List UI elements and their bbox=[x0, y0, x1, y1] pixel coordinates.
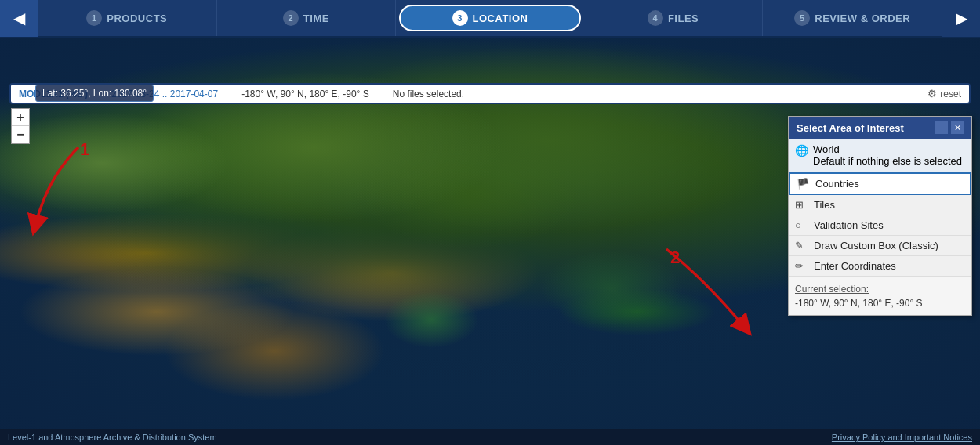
map-background: MOD11A1 ( 41 ) 2017-03-24 .. 2017-04-07 … bbox=[0, 38, 980, 429]
footer: Level-1 and Atmosphere Archive & Distrib… bbox=[0, 429, 980, 445]
nav-step-review[interactable]: 5 REVIEW & ORDER bbox=[763, 0, 942, 36]
world-icon: 🌐 bbox=[795, 144, 808, 157]
option-draw-label: Draw Custom Box (Classic) bbox=[814, 240, 938, 251]
files-label: No files selected. bbox=[393, 89, 464, 99]
coords-label: -180° W, 90° N, 180° E, -90° S bbox=[241, 89, 369, 99]
step-label-products: PRODUCTS bbox=[107, 13, 167, 24]
reset-label: reset bbox=[940, 89, 961, 99]
option-tiles[interactable]: ⊞ Tiles bbox=[789, 195, 971, 215]
top-navigation: ◀ 1 PRODUCTS 2 TIME 3 LOCATION 4 FILES 5… bbox=[0, 0, 980, 38]
step-num-3: 3 bbox=[452, 10, 468, 26]
draw-icon: ✎ bbox=[795, 240, 808, 251]
nav-step-files[interactable]: 4 FILES bbox=[584, 0, 764, 36]
panel-minimize-button[interactable]: − bbox=[935, 121, 948, 134]
panel-close-button[interactable]: ✕ bbox=[951, 121, 964, 134]
forward-button[interactable]: ▶ bbox=[942, 0, 980, 37]
step-label-files: FILES bbox=[668, 13, 699, 24]
footer-right[interactable]: Privacy Policy and Important Notices bbox=[832, 432, 972, 442]
current-selection-value: -180° W, 90° N, 180° E, -90° S bbox=[795, 298, 965, 309]
step-num-1: 1 bbox=[86, 10, 102, 26]
coordinates-display: Lat: 36.25°, Lon: 130.08° bbox=[35, 85, 154, 102]
back-button[interactable]: ◀ bbox=[0, 0, 38, 37]
zoom-in-button[interactable]: + bbox=[12, 109, 29, 126]
world-text: World Default if nothing else is selecte… bbox=[813, 143, 962, 167]
tiles-icon: ⊞ bbox=[795, 199, 808, 211]
nav-step-products[interactable]: 1 PRODUCTS bbox=[38, 0, 217, 36]
nav-step-time[interactable]: 2 TIME bbox=[217, 0, 397, 36]
current-selection-label: Current selection: bbox=[795, 284, 965, 295]
step-label-time: TIME bbox=[303, 13, 329, 24]
coords-icon: ✏ bbox=[795, 260, 808, 272]
option-enter-coords[interactable]: ✏ Enter Coordinates bbox=[789, 256, 971, 277]
gear-icon: ⚙ bbox=[927, 88, 937, 99]
validation-icon: ○ bbox=[795, 219, 808, 231]
current-selection-section: Current selection: -180° W, 90° N, 180° … bbox=[789, 277, 971, 315]
lat-lon-value: Lat: 36.25°, Lon: 130.08° bbox=[42, 88, 147, 99]
panel-world-row[interactable]: 🌐 World Default if nothing else is selec… bbox=[789, 139, 971, 172]
step-num-4: 4 bbox=[648, 10, 663, 26]
step-label-location: LOCATION bbox=[473, 13, 528, 24]
footer-left: Level-1 and Atmosphere Archive & Distrib… bbox=[8, 432, 217, 442]
world-title: World bbox=[813, 143, 962, 155]
option-draw-box[interactable]: ✎ Draw Custom Box (Classic) bbox=[789, 236, 971, 256]
map-container[interactable]: MOD11A1 ( 41 ) 2017-03-24 .. 2017-04-07 … bbox=[0, 38, 980, 429]
option-countries-label: Countries bbox=[815, 178, 859, 190]
zoom-controls: + − bbox=[11, 108, 30, 144]
option-coords-label: Enter Coordinates bbox=[814, 260, 896, 272]
panel-header-buttons: − ✕ bbox=[935, 121, 964, 134]
option-validation[interactable]: ○ Validation Sites bbox=[789, 215, 971, 236]
panel-options: 🏴 Countries ⊞ Tiles ○ Validation Sites ✎… bbox=[789, 172, 971, 277]
option-countries[interactable]: 🏴 Countries bbox=[789, 172, 971, 195]
panel-title: Select Area of Interest bbox=[797, 122, 904, 134]
zoom-out-button[interactable]: − bbox=[12, 126, 29, 143]
option-validation-label: Validation Sites bbox=[814, 219, 884, 231]
option-tiles-label: Tiles bbox=[814, 199, 835, 211]
panel-header: Select Area of Interest − ✕ bbox=[789, 117, 971, 139]
reset-button[interactable]: ⚙ reset bbox=[927, 88, 961, 99]
nav-steps: 1 PRODUCTS 2 TIME 3 LOCATION 4 FILES 5 R… bbox=[38, 0, 942, 36]
step-num-2: 2 bbox=[283, 10, 299, 26]
select-area-panel: Select Area of Interest − ✕ 🌐 World Defa… bbox=[788, 116, 972, 316]
countries-icon: 🏴 bbox=[797, 178, 809, 190]
step-num-5: 5 bbox=[794, 10, 810, 26]
step-label-review: REVIEW & ORDER bbox=[815, 13, 910, 24]
nav-step-location[interactable]: 3 LOCATION bbox=[399, 5, 581, 31]
world-subtitle: Default if nothing else is selected bbox=[813, 155, 962, 167]
